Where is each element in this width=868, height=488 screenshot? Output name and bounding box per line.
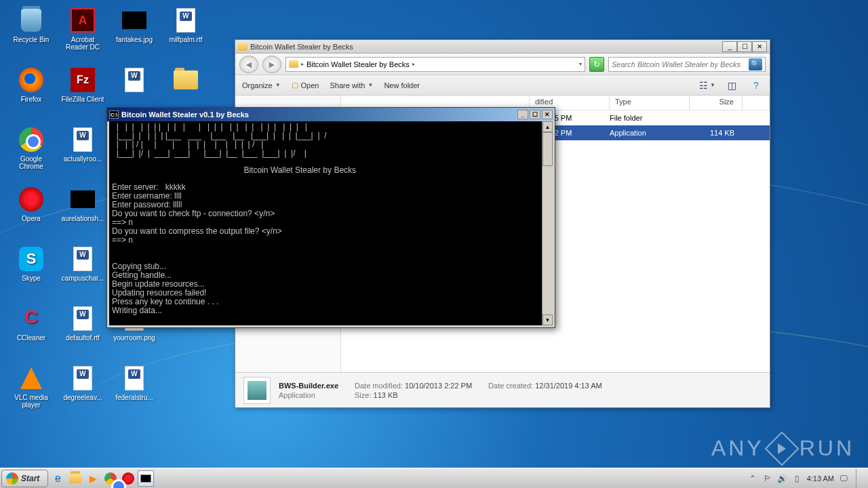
watermark: ANY RUN: [711, 436, 854, 461]
help-button[interactable]: ?: [749, 79, 763, 92]
col-type[interactable]: Type: [610, 96, 690, 110]
maximize-button[interactable]: ☐: [530, 110, 540, 119]
search-box: 🔍: [608, 57, 766, 72]
chevron-right-icon: ▸: [301, 61, 304, 67]
explorer-titlebar[interactable]: Bitcoin Wallet Stealer by Becks _ ☐ ✕: [235, 40, 770, 54]
opera[interactable]: Opera: [7, 186, 56, 240]
scrollbar[interactable]: ▲ ▼: [542, 121, 553, 325]
preview-pane-button[interactable]: ◫: [725, 79, 738, 92]
details-type: Application: [279, 391, 338, 399]
share-menu[interactable]: Share with▼: [330, 81, 373, 89]
taskbar-console[interactable]: [138, 470, 154, 487]
search-input[interactable]: [612, 60, 749, 68]
taskbar: Start e ▶ ⌃ 🏳 🔊 ▯ 4:13 AM 🖵: [0, 468, 868, 488]
start-button[interactable]: Start: [1, 470, 48, 487]
file-icon: [243, 377, 271, 404]
maximize-button[interactable]: ☐: [737, 41, 752, 52]
console-titlebar[interactable]: C:\ Bitcoin Wallet Stealer v0.1 by Becks…: [107, 108, 555, 121]
federalstru[interactable]: federalstru...: [110, 365, 159, 419]
organize-menu[interactable]: Organize▼: [242, 81, 281, 89]
col-extra[interactable]: [743, 96, 770, 110]
tray-expand-icon[interactable]: ⌃: [747, 473, 758, 484]
scroll-down-button[interactable]: ▼: [542, 314, 553, 325]
explorer-nav: ◄ ► ▸ Bitcoin Wallet Stealer by Becks ▸ …: [235, 54, 770, 75]
show-desktop-button[interactable]: [856, 469, 863, 488]
open-button[interactable]: ▢Open: [292, 81, 319, 89]
taskbar-explorer[interactable]: [67, 470, 83, 487]
minimize-button[interactable]: _: [722, 41, 737, 52]
degreeleav[interactable]: degreeleav...: [58, 365, 107, 419]
aurelationsh[interactable]: aurelationsh...: [58, 186, 107, 240]
newfolder-button[interactable]: New folder: [384, 81, 420, 89]
adobe-reader[interactable]: AAcrobat Reader DC: [58, 7, 107, 61]
scroll-up-button[interactable]: ▲: [542, 121, 553, 132]
clock[interactable]: 4:13 AM: [807, 474, 834, 483]
explorer-toolbar: Organize▼ ▢Open Share with▼ New folder ☷…: [235, 75, 770, 96]
ccleaner[interactable]: CCleaner: [7, 305, 56, 359]
vlc[interactable]: VLC media player: [7, 365, 56, 419]
close-button[interactable]: ✕: [542, 110, 553, 119]
folder-icon: [238, 43, 248, 51]
details-name: BWS-Builder.exe: [279, 382, 338, 390]
recycle-bin[interactable]: Recycle Bin: [7, 7, 56, 61]
console-output[interactable]: | | | | | | | | | | | | | | | | | | | | …: [109, 121, 553, 325]
skype[interactable]: SSkype: [7, 245, 56, 300]
chevron-right-icon: ▸: [412, 61, 415, 67]
actuallyroo[interactable]: actuallyroo...: [58, 126, 107, 180]
col-size[interactable]: Size: [690, 96, 743, 110]
close-button[interactable]: ✕: [752, 41, 767, 52]
console-icon: C:\: [109, 110, 119, 119]
forward-button[interactable]: ►: [262, 56, 281, 73]
back-button[interactable]: ◄: [239, 56, 258, 73]
play-icon: [764, 431, 799, 466]
tray-volume-icon[interactable]: 🔊: [777, 473, 788, 484]
milfpalm-rtf[interactable]: milfpalm.rtf: [161, 7, 210, 61]
system-tray: ⌃ 🏳 🔊 ▯ 4:13 AM 🖵: [743, 469, 867, 488]
details-pane: BWS-Builder.exe Date modified: 10/10/201…: [235, 372, 770, 407]
tray-monitor-icon[interactable]: 🖵: [838, 473, 849, 484]
taskbar-wmp[interactable]: ▶: [85, 470, 101, 487]
taskbar-ie[interactable]: e: [50, 470, 66, 487]
refresh-button[interactable]: ↻: [589, 57, 604, 72]
console-window: C:\ Bitcoin Wallet Stealer v0.1 by Becks…: [106, 107, 555, 328]
dropdown-icon[interactable]: ▾: [579, 61, 582, 67]
chrome[interactable]: Google Chrome: [7, 126, 56, 180]
fantakes-jpg[interactable]: fantakes.jpg: [110, 7, 159, 61]
minimize-button[interactable]: _: [517, 110, 528, 119]
firefox[interactable]: Firefox: [7, 66, 56, 121]
window-title: Bitcoin Wallet Stealer by Becks: [250, 43, 722, 51]
search-button[interactable]: 🔍: [749, 58, 762, 70]
windows-icon: [6, 472, 18, 485]
campuschar[interactable]: campuschar...: [58, 245, 107, 300]
scroll-thumb[interactable]: [542, 132, 553, 166]
tray-network-icon[interactable]: ▯: [792, 473, 803, 484]
filezilla[interactable]: FzFileZilla Client: [58, 66, 107, 121]
folder-icon: [289, 60, 298, 68]
view-menu[interactable]: ☷▼: [701, 79, 714, 92]
address-bar[interactable]: ▸ Bitcoin Wallet Stealer by Becks ▸ ▾: [285, 57, 585, 72]
console-title: Bitcoin Wallet Stealer v0.1 by Becks: [121, 110, 516, 119]
taskbar-chrome[interactable]: [102, 470, 119, 487]
tray-action-center-icon[interactable]: 🏳: [762, 473, 773, 484]
address-text: Bitcoin Wallet Stealer by Becks: [307, 60, 410, 68]
defaultof-rtf[interactable]: defaultof.rtf: [58, 305, 107, 359]
